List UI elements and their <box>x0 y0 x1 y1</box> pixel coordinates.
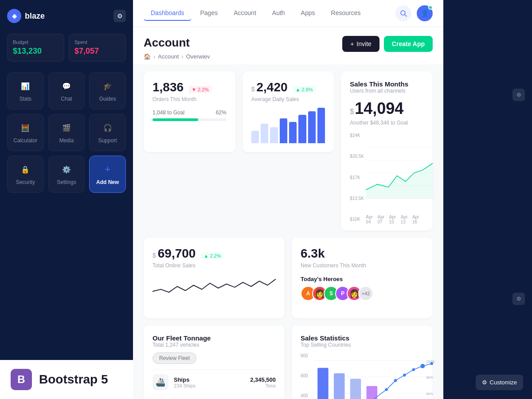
online-sales-prefix: $ <box>153 252 156 259</box>
sidebar-item-media[interactable]: 🎬 Media <box>48 114 85 151</box>
orders-badge: ▼ 2.2% <box>189 86 211 93</box>
spent-value: $7,057 <box>74 47 120 56</box>
user-avatar[interactable]: 👤 <box>417 5 433 21</box>
sales-stats-title: Sales Statistics <box>301 334 424 342</box>
orders-value: 1,836 <box>153 80 184 94</box>
search-button[interactable] <box>395 5 411 21</box>
tab-dashboards[interactable]: Dashboards <box>144 6 192 21</box>
create-app-button[interactable]: Create App <box>384 36 433 52</box>
svg-point-27 <box>385 388 388 391</box>
x-label-4: Apr 13 <box>401 215 412 224</box>
tab-resources[interactable]: Resources <box>324 6 368 21</box>
sales-month-sub: Users from all channels <box>350 88 424 94</box>
sidebar-item-support[interactable]: 🎧 Support <box>89 114 126 151</box>
tab-apps[interactable]: Apps <box>294 6 322 21</box>
fleet-card: Our Fleet Tonnage Total 1,247 vehicles R… <box>144 325 285 399</box>
sidebar-item-calculator[interactable]: 🧮 Calculator <box>7 114 44 151</box>
sidebar: ◈ blaze ⚙ Budget $13,230 Spent $7,057 📊 … <box>0 0 133 399</box>
breadcrumb-overview: Overwiev <box>186 53 210 60</box>
menu-toggle-button[interactable]: ⚙ <box>113 10 126 22</box>
sales-month-prefix: $ <box>350 108 354 116</box>
chart-x-axis: Apr 04 Apr 07 Apr 10 Apr 13 Apr 16 <box>366 215 424 224</box>
sidebar-item-guides[interactable]: 🎓 Guides <box>89 72 126 110</box>
ships-unit: Tons <box>250 383 276 388</box>
sales-stats-card: Sales Statistics Top Selling Countries 8… <box>292 325 433 399</box>
settings-label: Settings <box>57 179 76 185</box>
logo-area: ◈ blaze <box>7 9 45 23</box>
tab-account[interactable]: Account <box>227 6 263 21</box>
security-icon: 🔒 <box>19 163 31 176</box>
customize-label: Customize <box>490 379 517 386</box>
sales-month-goal: Another $48,346 to Goal <box>350 120 424 126</box>
breadcrumb-sep-1: › <box>153 53 155 60</box>
stats-icon: 📊 <box>19 80 31 92</box>
wave-chart <box>153 274 276 309</box>
progress-bar-bg <box>153 118 227 121</box>
sales-month-card: Sales This Months Users from all channel… <box>341 71 433 231</box>
sales-stats-chart: 800 600 400 200 <box>301 353 424 399</box>
page-header: Account 🏠 › Account › Overwiev + Invite … <box>133 27 443 64</box>
ss-y3: 400 <box>301 393 308 398</box>
invite-button[interactable]: + Invite <box>342 36 379 52</box>
progress-label: 1,048 to Goal <box>153 110 184 116</box>
avatar-extra: +42 <box>358 286 373 301</box>
panel-curve <box>443 0 532 399</box>
svg-point-29 <box>403 374 406 377</box>
daily-sales-card: $ 2,420 ▲ 2.6% Average Daily Sales <box>243 71 334 152</box>
sales-month-title: Sales This Months <box>350 80 424 88</box>
online-sales-card: $ 69,700 ▲ 2.2% Total Online Sales <box>144 238 285 318</box>
budget-card: Budget $13,230 <box>7 34 64 62</box>
sidebar-item-stats[interactable]: 📊 Stats <box>7 72 44 110</box>
sidebar-item-chat[interactable]: 💬 Chat <box>48 72 85 110</box>
page-title: Account <box>144 36 210 50</box>
add-new-icon: + <box>102 163 114 176</box>
nav-tabs: Dashboards Pages Account Auth Apps Resou… <box>144 6 368 21</box>
panel-icon-2[interactable]: ⚙ <box>512 293 525 305</box>
review-fleet-button[interactable]: Review Fleet <box>153 352 196 364</box>
orders-card: 1,836 ▼ 2.2% Orders This Month 1,048 to … <box>144 71 235 152</box>
sales-line-chart <box>366 133 433 213</box>
search-icon <box>400 10 407 17</box>
wave-svg <box>153 274 276 301</box>
top-nav: Dashboards Pages Account Auth Apps Resou… <box>133 0 443 27</box>
bootstrap-icon: B <box>11 369 32 390</box>
spent-card: Spent $7,057 <box>69 34 126 62</box>
main-content: Dashboards Pages Account Auth Apps Resou… <box>133 0 443 399</box>
support-icon: 🎧 <box>102 121 114 134</box>
panel-icon-1[interactable]: ⚙ <box>512 89 525 101</box>
bootstrap-label: Bootstrap 5 <box>39 372 108 387</box>
tab-pages[interactable]: Pages <box>193 6 225 21</box>
nav-right: 👤 <box>395 5 433 21</box>
sidebar-item-settings[interactable]: ⚙️ Settings <box>48 156 85 193</box>
budget-label: Budget <box>13 39 59 45</box>
invite-label: Invite <box>356 40 371 47</box>
heroes-label: Today's Heroes <box>301 276 424 282</box>
logo-text: blaze <box>25 12 45 21</box>
fleet-title: Our Fleet Tonnage <box>153 334 276 342</box>
online-sales-label: Total Online Sales <box>153 262 276 269</box>
sales-month-value: 14,094 <box>355 99 403 118</box>
progress-bar-fill <box>153 118 198 121</box>
chat-icon: 💬 <box>60 80 73 92</box>
sales-stats-svg: 100% 80% 60% 40% <box>314 353 437 399</box>
customize-button[interactable]: ⚙ Customize <box>476 375 523 390</box>
ss-y1: 800 <box>301 353 308 358</box>
orders-label: Orders This Month <box>153 96 227 102</box>
guides-icon: 🎓 <box>102 80 114 92</box>
sidebar-item-security[interactable]: 🔒 Security <box>7 156 44 193</box>
sidebar-item-add-new[interactable]: + Add New <box>89 156 126 193</box>
menu-grid: 📊 Stats 💬 Chat 🎓 Guides 🧮 Calculator 🎬 M… <box>7 72 126 193</box>
bar-5 <box>289 122 297 143</box>
y-label-3: $17K <box>350 175 364 180</box>
fleet-item-trucks: 🚛 Trucks 1,460 Trucks 457,200 Tons <box>153 395 276 399</box>
pct-100: 100% <box>426 360 434 364</box>
bar-4 <box>280 118 287 143</box>
fleet-sub: Total 1,247 vehicles <box>153 342 276 348</box>
calculator-icon: 🧮 <box>19 121 31 134</box>
bar-7 <box>308 111 316 143</box>
customize-icon: ⚙ <box>482 379 487 386</box>
bar-3 <box>270 127 278 143</box>
support-label: Support <box>98 137 117 144</box>
guides-label: Guides <box>99 96 116 102</box>
tab-auth[interactable]: Auth <box>265 6 292 21</box>
